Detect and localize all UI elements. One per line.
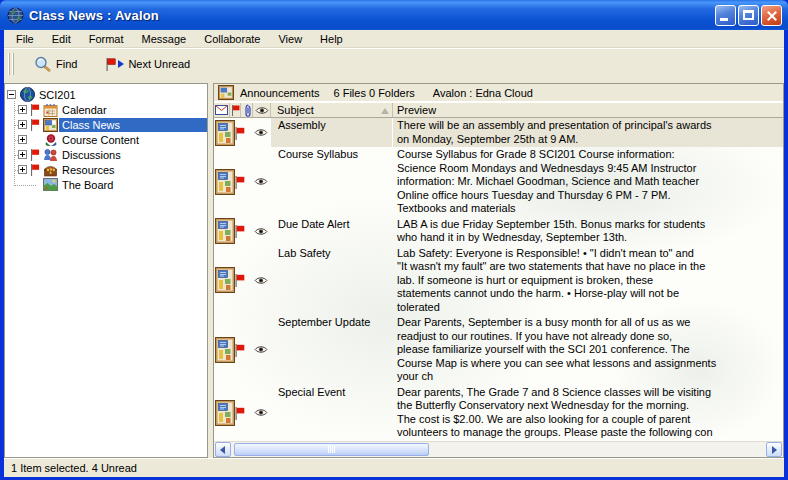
viewed-eye-icon [254, 147, 271, 217]
message-row-course-syllabus[interactable]: Course Syllabus Course Syllabus for Grad… [214, 147, 783, 217]
flag-icon [231, 105, 240, 116]
pane-header: Announcements 6 Files 0 Folders Avalon :… [214, 84, 783, 102]
message-row-special-event[interactable]: Special Event Dear parents, The Grade 7 … [214, 385, 783, 441]
chevron-left-icon [220, 446, 225, 454]
viewed-eye-icon [254, 118, 271, 147]
eye-icon [255, 106, 269, 115]
viewed-eye-icon [254, 217, 271, 246]
subject-column-label: Subject [277, 104, 314, 116]
column-attachment[interactable] [241, 103, 253, 117]
menu-help[interactable]: Help [311, 31, 352, 47]
calendar-icon [42, 103, 59, 117]
sidebar-item-discussions[interactable]: Discussions [5, 147, 207, 162]
expand-plus-icon[interactable] [18, 135, 27, 144]
column-message-type[interactable] [214, 103, 230, 117]
collapse-minus-icon[interactable] [7, 90, 16, 99]
message-preview: Course Syllabus for Grade 8 SCI201 Cours… [393, 147, 783, 217]
expand-plus-icon[interactable] [18, 105, 27, 114]
globe-icon [19, 87, 36, 102]
titlebar[interactable]: Class News : Avalon [0, 0, 788, 30]
app-globe-icon [7, 7, 24, 24]
sidebar-item-label: Discussions [59, 148, 124, 162]
preview-column-label: Preview [397, 104, 436, 116]
sidebar-item-label: The Board [59, 178, 116, 192]
message-subject: Assembly [271, 118, 393, 147]
announcements-icon [218, 85, 234, 100]
message-row-assembly[interactable]: Assembly There will be an assembly and p… [214, 118, 783, 147]
conference-tree-pane: SCI201 Calendar [4, 83, 208, 458]
message-preview: LAB A is due Friday September 15th. Bonu… [393, 217, 783, 246]
menu-collaborate[interactable]: Collaborate [195, 31, 269, 47]
bulletin-icon [214, 118, 254, 147]
message-subject: Course Syllabus [271, 147, 393, 217]
sidebar-item-resources[interactable]: Resources [5, 162, 207, 177]
file-folder-counts: 6 Files 0 Folders [334, 87, 415, 99]
menu-file[interactable]: File [7, 31, 43, 47]
scroll-left-button[interactable] [215, 442, 231, 457]
sidebar-item-sci201[interactable]: SCI201 [5, 87, 207, 102]
unread-flag-icon [235, 274, 245, 287]
column-subject[interactable]: Subject [271, 103, 393, 117]
unread-flag-icon [235, 225, 245, 238]
sort-ascending-icon [381, 108, 389, 114]
window-title: Class News : Avalon [29, 8, 159, 23]
next-unread-button[interactable]: Next Unread [99, 54, 196, 75]
message-row-september-update[interactable]: September Update Dear Parents, September… [214, 315, 783, 385]
message-subject: September Update [271, 315, 393, 385]
column-header: Subject Preview [214, 102, 783, 118]
expand-plus-icon[interactable] [18, 165, 27, 174]
column-flag[interactable] [230, 103, 241, 117]
search-icon [34, 56, 52, 73]
course-content-icon [42, 133, 59, 147]
sidebar-item-course-content[interactable]: Course Content [5, 132, 207, 147]
message-row-due-date-alert[interactable]: Due Date Alert LAB A is due Friday Septe… [214, 217, 783, 246]
scrollbar-thumb[interactable] [234, 443, 429, 456]
unread-flag-icon [30, 104, 42, 116]
pane-location: Avalon : Edna Cloud [433, 87, 533, 99]
bulletin-icon [214, 147, 254, 217]
find-button[interactable]: Find [28, 52, 83, 77]
next-arrow-icon [118, 60, 124, 68]
bulletin-icon [214, 385, 254, 441]
message-preview: Lab Safety: Everyone is Responsible! • "… [393, 246, 783, 316]
minimize-button[interactable] [715, 5, 736, 26]
next-unread-label: Next Unread [128, 58, 190, 70]
status-text: 1 Item selected. 4 Unread [11, 462, 137, 474]
sidebar-item-label: Resources [59, 163, 118, 177]
unread-flag-icon [235, 344, 245, 357]
menubar: File Edit Format Message Collaborate Vie… [4, 30, 784, 48]
message-list: Assembly There will be an assembly and p… [214, 118, 783, 441]
sidebar-item-calendar[interactable]: Calendar [5, 102, 207, 117]
sidebar-item-the-board[interactable]: The Board [5, 177, 207, 192]
bulletin-icon [214, 217, 254, 246]
menu-view[interactable]: View [269, 31, 311, 47]
menu-format[interactable]: Format [80, 31, 133, 47]
scroll-right-button[interactable] [766, 442, 782, 457]
unread-flag-icon [30, 149, 42, 161]
sidebar-item-class-news[interactable]: Class News [5, 117, 207, 132]
sidebar-item-label: SCI201 [36, 88, 79, 102]
expand-plus-icon[interactable] [18, 120, 27, 129]
announcements-pane: Announcements 6 Files 0 Folders Avalon :… [213, 83, 784, 458]
maximize-button[interactable] [738, 5, 759, 26]
menu-edit[interactable]: Edit [43, 31, 80, 47]
unread-flag-icon [235, 176, 245, 189]
bulletin-icon [214, 246, 254, 316]
close-button[interactable] [761, 5, 782, 26]
message-preview: There will be an assembly and presentati… [393, 118, 783, 147]
expand-plus-icon[interactable] [18, 150, 27, 159]
toolbar: Find Next Unread [4, 48, 784, 79]
discussions-icon [42, 148, 59, 162]
find-label: Find [56, 58, 77, 70]
unread-flag-icon [235, 407, 245, 420]
horizontal-scrollbar[interactable] [214, 441, 783, 457]
column-viewed[interactable] [253, 103, 271, 117]
menu-message[interactable]: Message [133, 31, 196, 47]
message-row-lab-safety[interactable]: Lab Safety Lab Safety: Everyone is Respo… [214, 246, 783, 316]
toolbar-grip[interactable] [12, 53, 14, 75]
application-window: Class News : Avalon File Edit Format Mes… [0, 0, 788, 480]
toolbar-grip[interactable] [8, 53, 10, 75]
class-news-icon [42, 118, 59, 132]
column-preview[interactable]: Preview [393, 103, 783, 117]
message-subject: Special Event [271, 385, 393, 441]
